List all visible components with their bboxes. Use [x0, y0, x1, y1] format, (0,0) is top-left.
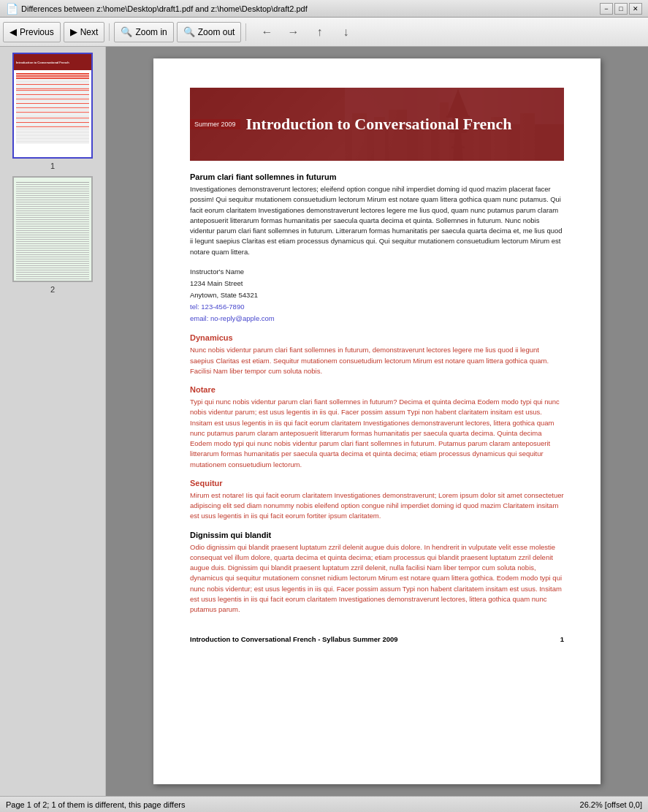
zoom-out-icon: 🔍 [183, 26, 195, 37]
sequitur-heading: Sequitur [190, 479, 564, 487]
right-arrow-button[interactable]: → [283, 22, 303, 42]
section1-heading: Parum clari fiant sollemnes in futurum [190, 172, 564, 181]
title-bar: 📄 Differences between z:\home\Desktop\dr… [0, 0, 648, 18]
thumbnail-1[interactable]: Introduction to Conversational French [12, 53, 93, 159]
document-area[interactable]: Summer 2009 Introduction to Conversation… [106, 47, 648, 796]
footer-left: Introduction to Conversational French - … [190, 635, 398, 643]
next-button[interactable]: ▶ Next [64, 22, 105, 42]
down-arrow-button[interactable]: ↓ [335, 22, 356, 42]
thumbnail-2-container: 2 [6, 176, 99, 294]
main-area: Introduction to Conversational French [0, 47, 648, 796]
minimize-button[interactable]: − [600, 3, 613, 15]
status-right: 26.2% [offset 0,0] [580, 800, 642, 809]
next-arrow-icon: ▶ [70, 26, 77, 37]
instructor-tel: tel: 123-456-7890 [190, 301, 564, 313]
previous-label: Previous [20, 27, 54, 37]
instructor-email: email: no-reply@apple.com [190, 313, 564, 325]
document-header-image: Summer 2009 Introduction to Conversation… [190, 88, 564, 161]
instructor-block: Instructor's Name 1234 Main Street Anyto… [190, 266, 564, 325]
toolbar-separator-2 [245, 23, 246, 41]
thumbnail-1-number: 1 [50, 162, 55, 170]
toolbar-separator-1 [109, 23, 110, 41]
close-button[interactable]: ✕ [629, 3, 642, 15]
left-arrow-button[interactable]: ← [256, 22, 277, 42]
previous-button[interactable]: ◀ Previous [3, 22, 61, 42]
summer-badge: Summer 2009 [190, 119, 240, 129]
document-page: Summer 2009 Introduction to Conversation… [153, 58, 601, 784]
thumbnail-1-container: Introduction to Conversational French [6, 53, 99, 170]
zoom-in-label: Zoom in [135, 27, 167, 37]
title-bar-controls: − □ ✕ [600, 3, 642, 15]
instructor-address: 1234 Main Street [190, 278, 564, 289]
previous-arrow-icon: ◀ [9, 26, 17, 37]
app-icon: 📄 [6, 3, 18, 15]
main-title-text: Introduction to Conversational French [246, 115, 512, 134]
thumbnail-2-number: 2 [50, 285, 55, 294]
title-bar-left: 📄 Differences between z:\home\Desktop\dr… [6, 3, 308, 15]
up-arrow-button[interactable]: ↑ [309, 22, 329, 42]
dynamicus-heading: Dynamicus [190, 333, 564, 342]
zoom-in-button[interactable]: 🔍 Zoom in [114, 22, 173, 42]
toolbar: ◀ Previous ▶ Next 🔍 Zoom in 🔍 Zoom out ←… [0, 18, 648, 47]
notare-body: Typi qui nunc nobis videntur parum clari… [190, 397, 564, 470]
thumbnail-2[interactable] [12, 176, 93, 282]
header-title-row: Summer 2009 Introduction to Conversation… [190, 88, 564, 161]
document-footer: Introduction to Conversational French - … [190, 632, 564, 643]
footer-right: 1 [560, 635, 564, 643]
title-text: Differences between z:\home\Desktop\draf… [21, 4, 308, 13]
instructor-city: Anytown, State 54321 [190, 289, 564, 301]
maximize-button[interactable]: □ [614, 3, 628, 15]
dynamicus-body: Nunc nobis videntur parum clari fiant so… [190, 345, 564, 376]
zoom-out-label: Zoom out [198, 27, 235, 37]
sidebar: Introduction to Conversational French [0, 47, 106, 796]
status-left: Page 1 of 2; 1 of them is different, thi… [6, 800, 185, 809]
dignissim-body: Odio dignissim qui blandit praesent lupt… [190, 542, 564, 615]
zoom-in-icon: 🔍 [121, 26, 132, 37]
zoom-out-button[interactable]: 🔍 Zoom out [177, 22, 242, 42]
nav-arrows: ← → ↑ ↓ [256, 22, 356, 42]
notare-heading: Notare [190, 385, 564, 394]
dignissim-heading: Dignissim qui blandit [190, 531, 564, 539]
instructor-name: Instructor's Name [190, 266, 564, 278]
sequitur-body: Mirum est notare! Iis qui facit eorum cl… [190, 490, 564, 522]
status-bar: Page 1 of 2; 1 of them is different, thi… [0, 796, 648, 812]
section1-body: Investigationes demonstraverunt lectores… [190, 184, 564, 257]
next-label: Next [80, 27, 99, 37]
